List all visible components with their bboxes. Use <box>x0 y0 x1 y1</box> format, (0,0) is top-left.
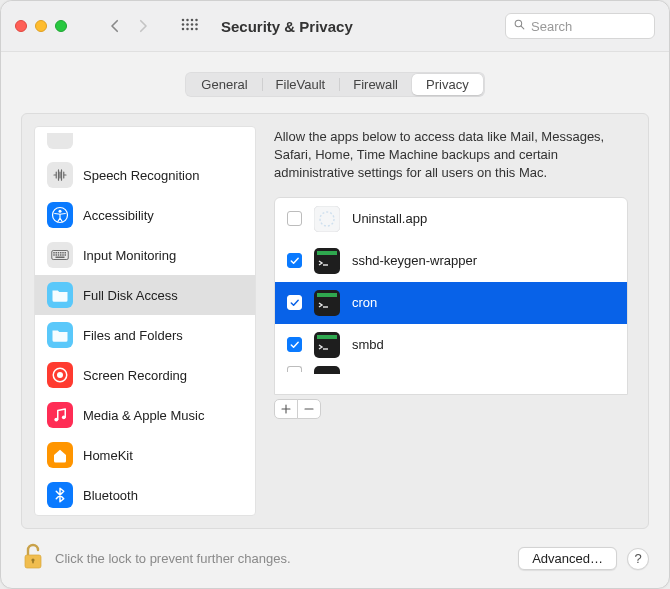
app-row[interactable]: sshd-keygen-wrapper <box>275 240 627 282</box>
home-icon <box>47 442 73 468</box>
svg-point-31 <box>54 418 58 422</box>
app-checkbox[interactable] <box>287 337 302 352</box>
sidebar-item-homekit[interactable]: HomeKit <box>35 435 255 475</box>
sidebar-item-label: HomeKit <box>83 448 133 463</box>
sidebar-item-cut <box>35 127 255 155</box>
svg-rect-17 <box>56 252 58 254</box>
svg-rect-19 <box>60 252 62 254</box>
svg-point-12 <box>515 20 522 27</box>
sidebar-item-input[interactable]: Input Monitoring <box>35 235 255 275</box>
svg-rect-40 <box>317 335 337 339</box>
preferences-window: Security & Privacy General FileVault Fir… <box>0 0 670 589</box>
svg-point-3 <box>195 19 198 22</box>
add-remove-bar <box>274 399 628 419</box>
tab-filevault[interactable]: FileVault <box>262 74 340 95</box>
app-row[interactable]: smbd <box>275 324 627 366</box>
bt-icon <box>47 482 73 508</box>
svg-rect-27 <box>65 254 67 256</box>
search-input[interactable] <box>531 19 647 34</box>
svg-point-1 <box>186 19 189 22</box>
lock-icon[interactable] <box>21 542 45 575</box>
svg-rect-24 <box>58 254 60 256</box>
svg-point-2 <box>191 19 194 22</box>
tab-general[interactable]: General <box>187 74 261 95</box>
add-app-button[interactable] <box>274 399 298 419</box>
svg-point-10 <box>191 28 194 31</box>
zoom-window-button[interactable] <box>55 20 67 32</box>
svg-point-11 <box>195 28 198 31</box>
svg-rect-38 <box>317 293 337 297</box>
close-window-button[interactable] <box>15 20 27 32</box>
keyboard-icon <box>47 242 73 268</box>
footer: Click the lock to prevent further change… <box>1 529 669 588</box>
content-area: General FileVault Firewall Privacy Speec… <box>1 52 669 529</box>
sidebar-item-speech[interactable]: Speech Recognition <box>35 155 255 195</box>
privacy-sidebar[interactable]: Speech RecognitionAccessibilityInput Mon… <box>34 126 256 516</box>
tab-firewall[interactable]: Firewall <box>339 74 412 95</box>
app-name: Uninstall.app <box>352 211 427 226</box>
app-icon <box>314 206 340 232</box>
forward-button[interactable] <box>131 14 155 38</box>
music-icon <box>47 402 73 428</box>
svg-rect-23 <box>56 254 58 256</box>
app-row[interactable]: cron <box>275 282 627 324</box>
svg-rect-36 <box>317 251 337 255</box>
sidebar-item-label: Screen Recording <box>83 368 187 383</box>
sidebar-item-media[interactable]: Media & Apple Music <box>35 395 255 435</box>
app-name: cron <box>352 295 377 310</box>
svg-point-4 <box>182 23 185 26</box>
svg-point-30 <box>57 372 63 378</box>
terminal-icon <box>314 290 340 316</box>
minimize-window-button[interactable] <box>35 20 47 32</box>
svg-rect-16 <box>53 252 55 254</box>
back-button[interactable] <box>103 14 127 38</box>
sidebar-item-files[interactable]: Files and Folders <box>35 315 255 355</box>
sidebar-item-label: Full Disk Access <box>83 288 178 303</box>
svg-point-0 <box>182 19 185 22</box>
sidebar-item-screenrec[interactable]: Screen Recording <box>35 355 255 395</box>
detail-description: Allow the apps below to access data like… <box>274 128 628 183</box>
tab-bar: General FileVault Firewall Privacy <box>185 72 484 97</box>
svg-rect-21 <box>65 252 67 254</box>
sidebar-item-label: Bluetooth <box>83 488 138 503</box>
search-field[interactable] <box>505 13 655 39</box>
remove-app-button[interactable] <box>297 399 321 419</box>
sidebar-item-a11y[interactable]: Accessibility <box>35 195 255 235</box>
show-all-button[interactable] <box>177 14 201 38</box>
tab-privacy[interactable]: Privacy <box>412 74 483 95</box>
svg-point-32 <box>62 415 66 419</box>
svg-rect-18 <box>58 252 60 254</box>
app-checkbox[interactable] <box>287 295 302 310</box>
app-row[interactable]: Uninstall.app <box>275 198 627 240</box>
sidebar-item-bluetooth[interactable]: Bluetooth <box>35 475 255 515</box>
app-name: smbd <box>352 337 384 352</box>
search-icon <box>513 18 526 34</box>
svg-rect-25 <box>60 254 62 256</box>
lock-caption: Click the lock to prevent further change… <box>55 551 291 566</box>
svg-rect-43 <box>32 560 34 564</box>
privacy-panel: Speech RecognitionAccessibilityInput Mon… <box>21 113 649 529</box>
svg-point-5 <box>186 23 189 26</box>
window-title: Security & Privacy <box>221 18 353 35</box>
terminal-icon <box>314 248 340 274</box>
svg-rect-33 <box>314 206 340 232</box>
sidebar-item-label: Accessibility <box>83 208 154 223</box>
sidebar-item-fulldisk[interactable]: Full Disk Access <box>35 275 255 315</box>
speech-icon <box>47 162 73 188</box>
app-checkbox[interactable] <box>287 211 302 226</box>
advanced-button[interactable]: Advanced… <box>518 547 617 570</box>
app-list[interactable]: Uninstall.appsshd-keygen-wrappercronsmbd <box>274 197 628 395</box>
help-button[interactable]: ? <box>627 548 649 570</box>
app-checkbox[interactable] <box>287 253 302 268</box>
a11y-icon <box>47 202 73 228</box>
svg-rect-20 <box>62 252 64 254</box>
privacy-detail: Allow the apps below to access data like… <box>256 114 648 528</box>
svg-rect-26 <box>62 254 64 256</box>
folder-icon <box>47 322 73 348</box>
sidebar-item-label: Media & Apple Music <box>83 408 204 423</box>
record-icon <box>47 362 73 388</box>
svg-point-6 <box>191 23 194 26</box>
sidebar-item-label: Files and Folders <box>83 328 183 343</box>
nav-buttons <box>103 14 155 38</box>
sidebar-item-label: Speech Recognition <box>83 168 199 183</box>
